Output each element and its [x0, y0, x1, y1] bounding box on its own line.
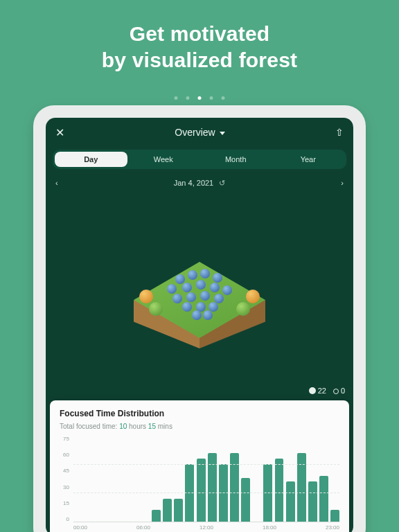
promo-line1: Get motivated — [130, 22, 270, 45]
segment-day[interactable]: Day — [55, 152, 127, 167]
chart-bar — [230, 453, 239, 522]
card-subtitle: Total focused time: 10 hours 15 mins — [60, 423, 339, 430]
chevron-down-icon — [220, 132, 225, 135]
pager-dot[interactable] — [175, 96, 178, 100]
tree-count: 22 — [309, 387, 326, 395]
chart-bar — [208, 453, 217, 522]
close-icon[interactable]: ✕ — [55, 126, 64, 139]
y-tick: 15 — [60, 500, 69, 506]
chart-bar — [263, 464, 272, 522]
chart-bar — [185, 464, 194, 522]
x-tick: 00:00 — [73, 524, 87, 531]
chart-bar — [330, 510, 339, 522]
distribution-chart: 75604530150 00:0006:0012:0018:0023:00 — [60, 436, 339, 531]
chart-bar — [297, 453, 306, 522]
chart-bar — [308, 481, 317, 522]
isometric-forest — [134, 262, 265, 345]
tablet-frame: ✕ Overview ⇧ DayWeekMonthYear ‹ Jan 4, 2… — [33, 105, 366, 532]
x-tick: 06:00 — [136, 524, 150, 531]
chart-bar — [241, 478, 250, 522]
x-tick: 18:00 — [263, 524, 276, 531]
date-next-button[interactable]: › — [341, 179, 344, 187]
dead-tree-count: 0 — [333, 387, 345, 395]
chart-bar — [286, 481, 295, 522]
segment-month[interactable]: Month — [200, 152, 272, 167]
segment-week[interactable]: Week — [127, 152, 200, 167]
chart-bar — [219, 464, 228, 522]
pager-dot[interactable] — [198, 96, 202, 100]
current-date: Jan 4, 2021 — [174, 179, 214, 187]
date-nav: ‹ Jan 4, 2021 ↺ › — [46, 173, 353, 193]
chart-bar — [174, 499, 183, 522]
distribution-card: Focused Time Distribution Total focused … — [50, 400, 349, 532]
app-header: ✕ Overview ⇧ — [46, 118, 353, 147]
share-icon[interactable]: ⇧ — [335, 127, 344, 138]
chart-bar — [152, 510, 161, 522]
y-tick: 45 — [60, 468, 69, 474]
page-indicator — [175, 96, 225, 100]
y-tick: 30 — [60, 484, 69, 490]
dead-tree-icon — [333, 389, 339, 394]
y-tick: 60 — [60, 452, 69, 458]
chart-bar — [197, 459, 206, 522]
period-segmented-control: DayWeekMonthYear — [46, 147, 353, 173]
forest-stats: 22 0 — [309, 387, 345, 395]
chart-x-axis: 00:0006:0012:0018:0023:00 — [73, 522, 339, 531]
y-tick: 75 — [60, 436, 69, 442]
pager-dot[interactable] — [222, 96, 225, 100]
date-prev-button[interactable]: ‹ — [55, 179, 58, 187]
pager-dot[interactable] — [186, 96, 190, 100]
segment-year[interactable]: Year — [272, 152, 345, 167]
card-title: Focused Time Distribution — [60, 409, 339, 418]
forest-canvas: 22 0 — [46, 193, 353, 400]
chart-bars — [73, 436, 339, 522]
x-tick: 12:00 — [200, 524, 213, 531]
app-screen: ✕ Overview ⇧ DayWeekMonthYear ‹ Jan 4, 2… — [46, 118, 353, 532]
promo-line2: by visualized forest — [102, 48, 297, 71]
y-tick: 0 — [60, 516, 69, 522]
x-tick: 23:00 — [326, 524, 339, 531]
view-selector[interactable]: Overview — [175, 127, 224, 138]
tree-icon — [309, 387, 316, 394]
pager-dot[interactable] — [210, 96, 213, 100]
chart-y-axis: 75604530150 — [60, 436, 69, 531]
chart-bar — [319, 476, 328, 522]
promo-heading: Get motivated by visualized forest — [0, 0, 399, 73]
chart-bar — [275, 459, 284, 522]
undo-icon[interactable]: ↺ — [219, 179, 225, 188]
view-title: Overview — [175, 127, 215, 138]
chart-bar — [163, 499, 172, 522]
